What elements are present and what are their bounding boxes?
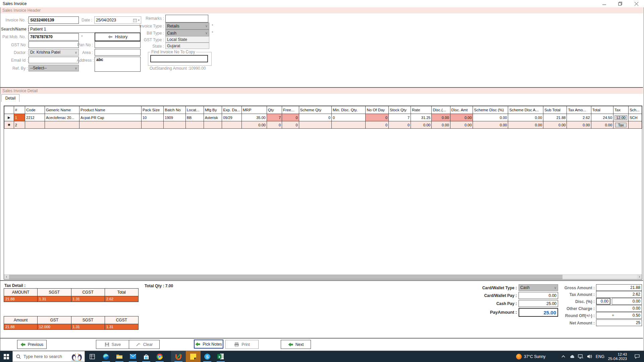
close-button[interactable] (629, 0, 644, 7)
grid-column-header[interactable]: # (14, 106, 25, 114)
grid-cell[interactable]: 0.00 (241, 121, 267, 129)
grid-cell[interactable]: 0.00 (543, 121, 567, 129)
grid-cell[interactable]: Aceclofenac 20... (45, 114, 79, 121)
grid-column-header[interactable]: No Of Day (366, 106, 389, 114)
grid-column-header[interactable]: MRP (241, 106, 267, 114)
grid-cell[interactable] (185, 121, 204, 129)
grid-column-header[interactable]: Rate (411, 106, 432, 114)
grid-cell[interactable] (222, 121, 242, 129)
grid-column-header[interactable]: Generic Name (45, 106, 79, 114)
grid-cell[interactable]: 0 (282, 114, 299, 121)
action-center-button[interactable] (632, 351, 642, 362)
tray-volume[interactable] (585, 351, 594, 362)
grid-cell[interactable]: 2 (14, 121, 25, 129)
grid-cell[interactable]: 0.00 (567, 121, 591, 129)
invoice-type-dropdown[interactable]: Retails∨ (165, 22, 209, 29)
find-invoice-field[interactable] (150, 55, 208, 62)
grid-column-header[interactable]: Sch... (629, 106, 642, 114)
grid-cell[interactable]: 2212 (25, 114, 45, 121)
search-name-field[interactable] (29, 25, 141, 33)
clear-button[interactable]: Clear (129, 340, 160, 349)
grid-cell[interactable]: 0.00 (450, 114, 473, 121)
grid-column-header[interactable]: Stock Qty (389, 106, 411, 114)
grid-cell[interactable]: Acpat-PR Cap (79, 114, 142, 121)
grid-cell[interactable]: 0.00 (450, 121, 473, 129)
grid-cell[interactable]: 0 (267, 121, 282, 129)
grid-column-header[interactable]: Exp. Da... (222, 106, 242, 114)
grid-cell[interactable]: 0 (332, 114, 366, 121)
taskbar-search[interactable]: Type here to search (12, 351, 85, 362)
tray-network[interactable] (576, 351, 585, 362)
next-button[interactable]: Next (281, 340, 311, 349)
grid-cell[interactable]: 0 (366, 121, 389, 129)
tax-amount-field[interactable] (596, 291, 642, 298)
grid-cell[interactable] (629, 121, 642, 129)
grid-cell[interactable]: BB (185, 114, 204, 121)
grid-cell[interactable]: 0.00 (473, 121, 508, 129)
grid-column-header[interactable]: Code (25, 106, 45, 114)
grid-column-header[interactable]: Min. Disc. Qty. (332, 106, 366, 114)
grid-cell[interactable]: 1 (14, 114, 25, 121)
grid-column-header[interactable]: Disc.(... (432, 106, 450, 114)
ref-by-dropdown[interactable]: --Select--∨ (29, 65, 79, 71)
disc-percent-field[interactable] (596, 298, 610, 305)
grid-column-header[interactable]: Batch No (164, 106, 185, 114)
task-view-button[interactable] (86, 351, 99, 362)
grid-cell[interactable]: 31.25 (411, 114, 432, 121)
grid-column-header[interactable]: Pack Size (141, 106, 163, 114)
grid-cell[interactable]: 0.00 (432, 114, 450, 121)
grid-column-header[interactable]: Free... (282, 106, 299, 114)
date-picker[interactable]: 25/04/2023 ▾ (94, 16, 141, 24)
grid-cell[interactable]: 0 (366, 114, 389, 121)
taskbar-pharmacy-app[interactable] (171, 351, 186, 362)
grid-cell[interactable]: SCH (629, 114, 642, 121)
grid-cell[interactable] (164, 121, 185, 129)
grid-column-header[interactable]: Tax Amo... (567, 106, 591, 114)
other-charge-field[interactable] (596, 305, 642, 312)
grid-cell[interactable] (332, 121, 366, 129)
bill-type-dropdown[interactable]: Cash∨ (165, 29, 209, 37)
tray-clock[interactable]: 12:4325-04-2023 (606, 351, 629, 362)
grid-row-selector[interactable]: ✱ (4, 121, 14, 129)
remarks-field[interactable] (165, 15, 208, 22)
grid-cell[interactable]: 0 (299, 114, 331, 121)
taskbar-file-explorer[interactable] (113, 351, 126, 362)
grid-cell[interactable]: 12.00 (613, 114, 629, 121)
print-button[interactable]: Print (225, 340, 259, 349)
grid-cell[interactable]: 0.00 (591, 121, 613, 129)
gst-no-field[interactable] (29, 41, 79, 48)
grid-column-header[interactable]: Scheme Disc (%) (473, 106, 508, 114)
address-field[interactable]: abc (95, 57, 141, 72)
grid-column-header[interactable]: Tax (613, 106, 629, 114)
taskbar-sticky-notes-active[interactable] (186, 351, 201, 362)
grid-cell[interactable] (25, 121, 45, 129)
scrollbar-thumb[interactable] (9, 275, 562, 279)
restore-button[interactable] (612, 0, 628, 7)
grid-cell[interactable]: 2.62 (567, 114, 591, 121)
grid-cell[interactable] (45, 121, 79, 129)
grid-cell[interactable]: 0 (282, 121, 299, 129)
grid-column-header[interactable]: Sub Total (543, 106, 567, 114)
gross-amount-field[interactable] (596, 284, 642, 291)
grid-horizontal-scrollbar[interactable]: ‹ › (4, 275, 642, 279)
grid-column-header[interactable]: Total (591, 106, 613, 114)
grid-row-selector[interactable]: ▶ (4, 114, 14, 121)
scroll-left-arrow[interactable]: ‹ (4, 275, 9, 279)
grid-cell[interactable]: 0.00 (432, 121, 450, 129)
minimize-button[interactable] (596, 0, 612, 7)
grid-column-header[interactable]: Locat... (185, 106, 204, 114)
tray-language[interactable]: ENG (594, 351, 606, 362)
grid-cell[interactable] (299, 121, 331, 129)
history-button[interactable]: History (95, 33, 141, 41)
previous-button[interactable]: Previous (17, 340, 47, 349)
weather-icon[interactable] (515, 351, 523, 362)
grid-cell[interactable]: Asterisk (204, 114, 222, 121)
pick-notes-button[interactable]: Pick Notes (194, 340, 223, 349)
area-field[interactable] (95, 49, 141, 56)
scroll-right-arrow[interactable]: › (637, 275, 642, 279)
tray-chevron-up[interactable] (559, 351, 567, 362)
tax-cell-button[interactable]: 12.00 (614, 115, 627, 120)
disc-amount-field[interactable] (612, 298, 642, 305)
grid-column-header[interactable]: Scheme Disc A... (508, 106, 543, 114)
grid-cell[interactable]: 7 (267, 114, 282, 121)
